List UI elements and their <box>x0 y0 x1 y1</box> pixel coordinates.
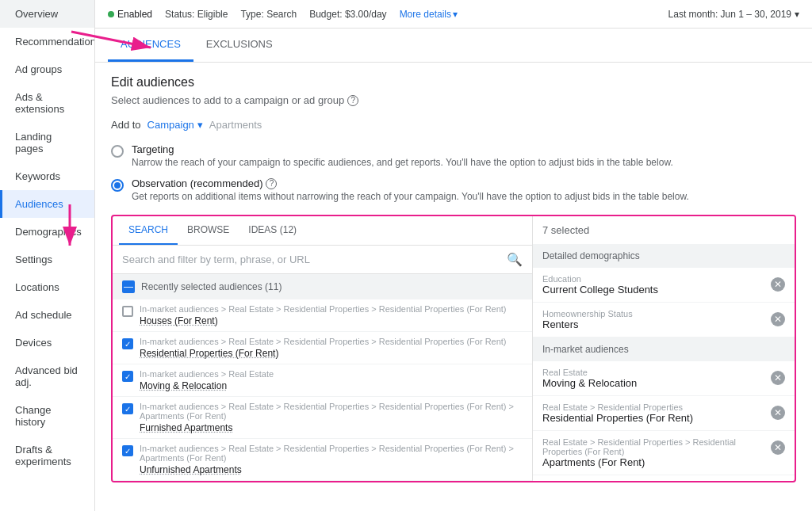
sidebar-item-landing-pages[interactable]: Landing pages <box>0 123 94 162</box>
audience-group-header: Recently selected audiences (11) <box>113 274 532 299</box>
sidebar-item-audiences[interactable]: Audiences <box>0 190 94 218</box>
panel-tab-browse[interactable]: BROWSE <box>178 216 239 245</box>
sidebar-item-settings[interactable]: Settings <box>0 246 94 273</box>
help-icon[interactable]: ? <box>347 95 358 106</box>
selected-item-category: Real Estate > Residential Properties <box>542 402 771 412</box>
add-to-row: Add to Campaign ▾ Apartments <box>111 119 796 131</box>
group-checkbox-icon[interactable] <box>122 280 135 293</box>
status-enabled-label: Enabled <box>117 9 152 20</box>
status-enabled: Enabled <box>108 9 152 20</box>
audience-item-row: In-market audiences > Real Estate > Resi… <box>122 304 523 326</box>
item-name[interactable]: Unfurnished Apartments <box>140 464 523 475</box>
campaign-dropdown[interactable]: Campaign ▾ <box>147 119 203 131</box>
list-item: In-market audiences > Real Estate > Resi… <box>113 299 532 332</box>
observation-desc: Get reports on additional items without … <box>132 191 689 202</box>
selected-item-name: Renters <box>542 318 771 330</box>
date-range-text: Last month: Jun 1 – 30, 2019 <box>668 9 791 20</box>
content-subtitle: Select audiences to add to a campaign or… <box>111 94 796 106</box>
sidebar-item-advanced-bid[interactable]: Advanced bid adj. <box>0 357 94 396</box>
campaign-label: Campaign <box>147 119 194 131</box>
audience-list: Recently selected audiences (11) In-mark… <box>113 274 532 481</box>
targeting-desc: Narrow the reach of your campaign to spe… <box>132 157 673 168</box>
add-to-label: Add to <box>111 119 141 131</box>
more-details-button[interactable]: More details ▾ <box>400 9 458 20</box>
audience-item-row: In-market audiences > Real Estate > Resi… <box>122 402 523 433</box>
selected-item-category: Real Estate > Residential Properties > R… <box>542 437 771 456</box>
selected-item-name: Apartments (For Rent) <box>542 456 771 468</box>
tab-audiences[interactable]: AUDIENCES <box>108 29 193 62</box>
remove-button[interactable]: ✕ <box>771 371 785 385</box>
search-input[interactable] <box>122 254 500 265</box>
selected-item: Real Estate > Residential Properties > R… <box>533 431 795 475</box>
chevron-down-icon: ▾ <box>453 9 458 20</box>
targeting-text: Targeting Narrow the reach of your campa… <box>132 143 673 168</box>
item-checkbox-residential[interactable] <box>122 338 133 349</box>
sidebar-item-drafts[interactable]: Drafts & experiments <box>0 436 94 475</box>
selected-header: 7 selected <box>533 216 795 244</box>
item-checkbox-houses[interactable] <box>122 306 133 317</box>
panel-tab-search[interactable]: SEARCH <box>119 216 178 245</box>
audiences-panel: SEARCH BROWSE IDEAS (12) 🔍 Recently sele… <box>111 215 796 482</box>
tab-exclusions[interactable]: EXCLUSIONS <box>193 29 285 62</box>
remove-button[interactable]: ✕ <box>771 406 785 420</box>
remove-button[interactable]: ✕ <box>771 440 785 455</box>
selected-item-name: Residential Properties (For Rent) <box>542 412 771 424</box>
list-item: In-market audiences > Real Estate Moving… <box>113 364 532 397</box>
observation-help-icon[interactable]: ? <box>266 178 277 189</box>
selected-item-name: Current College Students <box>542 284 771 296</box>
item-path: In-market audiences > Real Estate > Resi… <box>140 444 523 463</box>
item-checkbox-furnished[interactable] <box>122 403 133 414</box>
search-row: 🔍 <box>113 246 532 274</box>
sidebar-item-devices[interactable]: Devices <box>0 329 94 357</box>
budget-label: Budget: <box>309 9 342 20</box>
sidebar-item-demographics[interactable]: Demographics <box>0 218 94 246</box>
type-item: Type: Search <box>240 9 297 20</box>
status-item: Status: Eligible <box>165 9 228 20</box>
item-checkbox-moving[interactable] <box>122 371 133 382</box>
list-item: In-market audiences > Real Estate > Resi… <box>113 397 532 439</box>
sidebar-item-recommendations[interactable]: Recommendations <box>0 28 94 55</box>
observation-title: Observation (recommended) ? <box>132 177 689 189</box>
sidebar-item-keywords[interactable]: Keywords <box>0 162 94 190</box>
panel-tab-ideas[interactable]: IDEAS (12) <box>239 216 306 245</box>
observation-option[interactable]: Observation (recommended) ? Get reports … <box>111 177 796 202</box>
page-title: Edit audiences <box>111 75 796 90</box>
sidebar-item-overview[interactable]: Overview <box>0 0 94 28</box>
targeting-option[interactable]: Targeting Narrow the reach of your campa… <box>111 143 796 168</box>
observation-title-text: Observation (recommended) <box>132 177 262 189</box>
remove-button[interactable]: ✕ <box>771 312 785 326</box>
remove-button[interactable]: ✕ <box>771 277 785 292</box>
item-path: In-market audiences > Real Estate > Resi… <box>140 337 507 346</box>
sidebar-item-ad-schedule[interactable]: Ad schedule <box>0 301 94 329</box>
observation-radio[interactable] <box>111 179 124 192</box>
sidebar-item-change-history[interactable]: Change history <box>0 396 94 436</box>
group-header-label: Recently selected audiences (11) <box>141 281 282 292</box>
item-name[interactable]: Furnished Apartments <box>140 422 523 433</box>
observation-text: Observation (recommended) ? Get reports … <box>132 177 689 202</box>
item-name[interactable]: Residential Properties (For Rent) <box>140 348 507 359</box>
selected-item: Homeownership Status Renters ✕ <box>533 303 795 337</box>
in-market-audiences-label: In-market audiences <box>533 337 795 361</box>
list-item: In-market audiences > Real Estate > Resi… <box>113 439 532 481</box>
item-checkbox-unfurnished[interactable] <box>122 445 133 456</box>
search-icon: 🔍 <box>507 252 523 267</box>
targeting-radio[interactable] <box>111 145 124 158</box>
sidebar: Overview Recommendations Ad groups Ads &… <box>0 0 95 511</box>
status-value: Eligible <box>197 9 228 20</box>
audience-item-content: In-market audiences > Real Estate > Resi… <box>140 444 523 475</box>
item-name[interactable]: Moving & Relocation <box>140 380 274 391</box>
subtitle-text: Select audiences to add to a campaign or… <box>111 94 344 106</box>
budget-item: Budget: $3.00/day <box>309 9 386 20</box>
selected-item: Education Current College Students ✕ <box>533 268 795 303</box>
item-name[interactable]: Houses (For Rent) <box>140 315 507 326</box>
item-path: In-market audiences > Real Estate > Resi… <box>140 402 523 421</box>
selected-item-info: Homeownership Status Renters <box>542 309 771 330</box>
selected-item-info: Real Estate > Residential Properties > R… <box>542 437 771 468</box>
sidebar-item-ad-groups[interactable]: Ad groups <box>0 55 94 83</box>
date-range-dropdown-icon[interactable]: ▾ <box>795 9 799 20</box>
more-details-label: More details <box>400 9 451 20</box>
selected-item-category: Real Estate <box>542 368 771 377</box>
sidebar-item-locations[interactable]: Locations <box>0 273 94 301</box>
sidebar-item-ads-extensions[interactable]: Ads & extensions <box>0 83 94 123</box>
selected-item-name: Moving & Relocation <box>542 377 771 389</box>
